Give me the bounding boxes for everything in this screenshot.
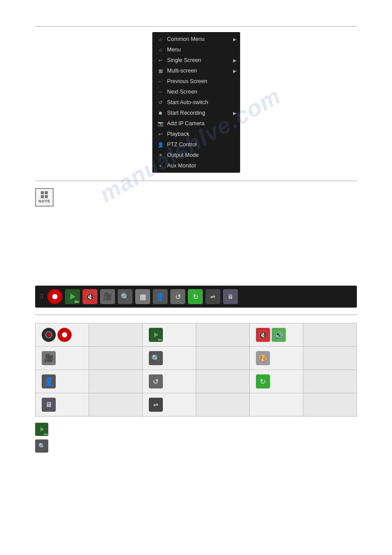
toolbar-play-button[interactable]: 8m (65, 289, 80, 304)
arrow-icon: ▶ (233, 58, 237, 63)
menu-item-aux-monitor[interactable]: ▪ Aux Monitor (152, 160, 240, 171)
menu-item-output-mode[interactable]: ☀ Output Mode (152, 150, 240, 160)
menu-item-label: Multi-screen (167, 68, 197, 74)
icon-color-adjust[interactable]: 🎨 (256, 351, 270, 365)
icon-table: 8m 🔇 🔊 🎥 🔍 (35, 323, 357, 417)
menu-item-single-screen[interactable]: ↩ Single Screen ▶ (152, 55, 240, 65)
icon-output-mode[interactable]: 🖥 (42, 398, 56, 412)
small-icons-section: 8m 🔍 (35, 423, 357, 453)
menu-item-menu[interactable]: ⌂ Menu (152, 44, 240, 55)
note-section: NOTE (35, 188, 357, 207)
icon-audio-off[interactable]: 🔇 (256, 328, 270, 342)
menu-item-label: Previous Screen (167, 78, 208, 84)
next-icon: → (157, 89, 165, 94)
icon-dome-camera[interactable]: 🎥 (42, 351, 56, 365)
arrow-icon: ▶ (233, 111, 237, 116)
home-icon: ⌂ (157, 36, 165, 42)
table-cell-audio: 🔇 🔊 (249, 323, 303, 347)
table-cell-record (36, 323, 89, 347)
table-cell-empty (249, 393, 303, 417)
menu-item-playback[interactable]: ↩ Playback (152, 129, 240, 139)
table-cell-output: 🖥 (36, 393, 89, 417)
small-icon-row-2: 🔍 (35, 439, 357, 453)
icon-face-detect[interactable]: 👤 (42, 374, 56, 388)
table-cell-description-4 (89, 347, 142, 370)
note-label: NOTE (38, 199, 50, 203)
table-cell-search: 🔍 (142, 347, 196, 370)
context-menu: ⌂ Common Menu ▶ ⌂ Menu ↩ Single Screen ▶… (152, 32, 240, 173)
menu-item-label: Next Screen (167, 89, 198, 95)
menu-item-common-menu[interactable]: ⌂ Common Menu ▶ (152, 34, 240, 44)
menu-item-start-recording[interactable]: ⏺ Start Recording ▶ (152, 108, 240, 118)
ptz-icon: 👤 (157, 142, 165, 148)
menu-item-label: Start Recording (167, 110, 205, 116)
top-divider (35, 26, 357, 27)
camera-icon: 📷 (157, 121, 165, 127)
multi-screen-icon: ▦ (157, 68, 165, 74)
note-icon: NOTE (35, 188, 54, 207)
toolbar-multiscreen-button[interactable]: ▦ (135, 289, 150, 304)
table-row: 🖥 ⇌ (36, 393, 357, 417)
toolbar-playback-button[interactable]: ↺ (170, 289, 185, 304)
table-cell-description-12 (303, 393, 356, 417)
toolbar-dome-button[interactable]: 🎥 (100, 289, 115, 304)
table-cell-playback: ↺ (142, 370, 196, 393)
drag-handle-icon: ⠿ (40, 293, 44, 300)
menu-item-multi-screen[interactable]: ▦ Multi-screen ▶ (152, 65, 240, 76)
table-cell-description-8 (196, 370, 249, 393)
output-icon: ☀ (157, 152, 165, 158)
table-cell-dome: 🎥 (36, 347, 89, 370)
arrow-icon: ▶ (233, 37, 237, 42)
menu-item-add-ip-camera[interactable]: 📷 Add IP Camera (152, 118, 240, 129)
icon-record-red[interactable] (58, 328, 72, 342)
table-cell-face: 👤 (36, 370, 89, 393)
record-icon: ⏺ (157, 110, 165, 116)
table-row: 🎥 🔍 🎨 (36, 347, 357, 370)
table-row: 👤 ↺ ↻ (36, 370, 357, 393)
menu-item-previous-screen[interactable]: ← Previous Screen (152, 76, 240, 87)
menu-item-next-screen[interactable]: → Next Screen (152, 87, 240, 97)
table-cell-description-5 (196, 347, 249, 370)
menu-item-label: PTZ Control (167, 141, 197, 148)
single-screen-icon: ↩ (157, 58, 165, 63)
toolbar-share-button[interactable]: ⇌ (205, 289, 220, 304)
toolbar-record-button[interactable] (47, 289, 62, 304)
toolbar-bar: ⠿ 8m 🔇 🎥 🔍 ▦ 👤 ↺ (35, 286, 357, 308)
menu-item-label: Add IP Camera (167, 120, 205, 127)
playback-icon: ↩ (157, 131, 165, 137)
menu-item-label: Menu (167, 47, 181, 53)
icon-share-connect[interactable]: ⇌ (149, 398, 163, 412)
table-cell-description-11 (196, 393, 249, 417)
menu-item-ptz-control[interactable]: 👤 PTZ Control (152, 139, 240, 150)
context-menu-area: ⌂ Common Menu ▶ ⌂ Menu ↩ Single Screen ▶… (0, 32, 392, 173)
table-cell-description-7 (89, 370, 142, 393)
icon-audio-on[interactable]: 🔊 (272, 328, 286, 342)
icon-search-zoom[interactable]: 🔍 (149, 351, 163, 365)
table-cell-description-6 (303, 347, 356, 370)
toolbar-area: ⠿ 8m 🔇 🎥 🔍 ▦ 👤 ↺ (35, 286, 357, 308)
aux-icon: ▪ (157, 163, 165, 168)
menu-item-label: Output Mode (167, 152, 199, 158)
icon-table-area: 8m 🔇 🔊 🎥 🔍 (35, 323, 357, 417)
table-cell-description-10 (89, 393, 142, 417)
menu-item-start-autoswitch[interactable]: ↺ Start Auto-switch (152, 97, 240, 108)
menu-item-label: Aux Monitor (167, 163, 197, 169)
table-cell-description-1 (89, 323, 142, 347)
small-icon-row-1: 8m (35, 423, 357, 436)
icon-play-green[interactable]: 8m (149, 328, 163, 342)
toolbar-search-button[interactable]: 🔍 (118, 289, 133, 304)
toolbar-face-button[interactable]: 👤 (153, 289, 168, 304)
small-icon-play-green[interactable]: 8m (35, 423, 48, 436)
autoswitch-icon: ↺ (157, 100, 165, 105)
table-cell-share: ⇌ (142, 393, 196, 417)
icon-playback-green[interactable]: ↻ (256, 374, 270, 388)
icon-playback-circle[interactable]: ↺ (149, 374, 163, 388)
mid-divider (35, 181, 357, 181)
menu-item-label: Playback (167, 131, 190, 137)
toolbar-playback-green-button[interactable]: ↻ (188, 289, 203, 304)
toolbar-output-button[interactable]: 🖥 (223, 289, 238, 304)
icon-record-dark[interactable] (42, 328, 56, 342)
toolbar-audio-button[interactable]: 🔇 (83, 289, 97, 304)
prev-icon: ← (157, 79, 165, 84)
small-icon-search[interactable]: 🔍 (35, 439, 48, 453)
